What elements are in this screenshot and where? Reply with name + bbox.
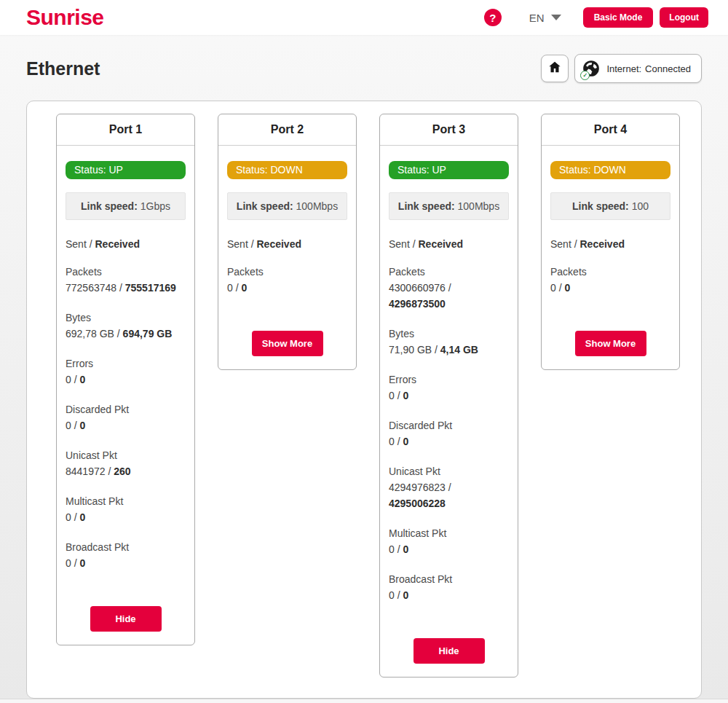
main-content: Ethernet ✓ Internet:Conn xyxy=(0,35,728,699)
stat-value: 0 / 0 xyxy=(227,280,347,296)
port-title: Port 4 xyxy=(542,114,679,146)
help-icon-glyph: ? xyxy=(489,12,496,24)
port-action-button[interactable]: Hide xyxy=(414,638,485,664)
stat-label: Errors xyxy=(389,372,509,388)
port-action-button[interactable]: Hide xyxy=(90,606,162,632)
port-action-button[interactable]: Show More xyxy=(252,331,323,356)
link-speed-label: Link speed: xyxy=(81,200,138,212)
stat-block: Broadcast Pkt0 / 0 xyxy=(66,539,186,571)
port-action-button[interactable]: Show More xyxy=(575,331,646,356)
language-selector[interactable]: EN xyxy=(529,12,561,24)
logout-button[interactable]: Logout xyxy=(660,7,708,28)
link-speed-box: Link speed: 100Mbps xyxy=(389,192,509,220)
page-title: Ethernet xyxy=(26,58,100,79)
stat-value: 0 / 0 xyxy=(389,587,509,603)
internet-status-value: Connected xyxy=(645,63,691,74)
stat-block: Packets0 / 0 xyxy=(227,264,347,296)
stat-block: Unicast Pkt8441972 / 260 xyxy=(66,447,186,479)
link-speed-label: Link speed: xyxy=(572,200,629,212)
link-speed-value: 100 xyxy=(632,200,649,212)
port-body: Status: DOWN Link speed: 100 Sent / Rece… xyxy=(542,146,679,369)
stat-block: Multicast Pkt0 / 0 xyxy=(66,493,186,525)
stat-value: 0 / 0 xyxy=(66,372,186,388)
top-bar: Sunrise ? EN Basic Mode Logout xyxy=(0,0,728,35)
link-speed-box: Link speed: 100 xyxy=(550,192,670,220)
port-card: Port 1 Status: UP Link speed: 1Gbps Sent… xyxy=(56,114,195,645)
stat-label: Broadcast Pkt xyxy=(66,539,186,555)
brand-logo: Sunrise xyxy=(26,7,104,28)
port-title: Port 3 xyxy=(380,114,518,146)
port-card: Port 2 Status: DOWN Link speed: 100Mbps … xyxy=(218,114,357,370)
stat-label: Errors xyxy=(66,356,186,372)
stat-block: Discarded Pkt0 / 0 xyxy=(389,417,509,449)
page-head: Ethernet ✓ Internet:Conn xyxy=(26,54,702,83)
port-actions: Show More xyxy=(550,331,670,356)
page-footer: Sunrise 2005 - 2023 © Sagemcom Broadband… xyxy=(0,699,728,703)
stat-block: Unicast Pkt4294976823 / 4295006228 xyxy=(389,463,509,511)
sent-label: Sent / xyxy=(66,238,92,250)
link-speed-label: Link speed: xyxy=(398,200,455,212)
stat-label: Packets xyxy=(227,264,347,280)
port-body: Status: UP Link speed: 100Mbps Sent / Re… xyxy=(380,146,518,677)
internet-status-text: Internet:Connected xyxy=(606,63,691,74)
internet-status-label: Internet: xyxy=(606,63,641,74)
sent-label: Sent / xyxy=(550,238,577,250)
link-speed-label: Link speed: xyxy=(237,200,293,212)
stat-label: Broadcast Pkt xyxy=(389,571,509,587)
stat-block: Packets0 / 0 xyxy=(550,264,670,296)
stat-value: 4300660976 / 4296873500 xyxy=(389,280,509,312)
stat-value: 692,78 GB / 694,79 GB xyxy=(66,326,186,342)
stat-value: 8441972 / 260 xyxy=(66,463,186,479)
topbar-right: ? EN Basic Mode Logout xyxy=(484,7,708,28)
sent-received-heading: Sent / Received xyxy=(227,238,347,250)
port-actions: Hide xyxy=(66,606,186,632)
page-head-actions: ✓ Internet:Connected xyxy=(541,54,702,83)
stat-value: 0 / 0 xyxy=(550,280,670,296)
port-body: Status: DOWN Link speed: 100Mbps Sent / … xyxy=(218,146,356,369)
stat-block: Bytes692,78 GB / 694,79 GB xyxy=(66,310,186,342)
help-icon[interactable]: ? xyxy=(484,9,502,26)
stat-value: 71,90 GB / 4,14 GB xyxy=(389,342,509,358)
stat-label: Unicast Pkt xyxy=(66,447,186,463)
link-speed-value: 1Gbps xyxy=(141,200,170,212)
sent-label: Sent / xyxy=(389,238,416,250)
internet-status-badge[interactable]: ✓ Internet:Connected xyxy=(574,54,702,83)
port-status-pill: Status: UP xyxy=(66,161,186,179)
home-button[interactable] xyxy=(541,55,569,82)
stat-block: Multicast Pkt0 / 0 xyxy=(389,525,509,557)
port-title: Port 2 xyxy=(218,114,356,146)
received-label: Received xyxy=(256,238,301,250)
stat-value: 0 / 0 xyxy=(389,541,509,557)
link-speed-box: Link speed: 100Mbps xyxy=(227,192,347,220)
received-label: Received xyxy=(95,238,139,250)
stat-value: 0 / 0 xyxy=(389,388,509,404)
stat-block: Broadcast Pkt0 / 0 xyxy=(389,571,509,603)
ethernet-ports-panel: Port 1 Status: UP Link speed: 1Gbps Sent… xyxy=(26,101,702,699)
stat-value: 0 / 0 xyxy=(66,417,186,433)
stat-label: Packets xyxy=(66,264,186,280)
stat-block: Errors0 / 0 xyxy=(66,356,186,388)
stat-label: Multicast Pkt xyxy=(389,525,509,541)
port-actions: Show More xyxy=(227,331,347,356)
stat-block: Bytes71,90 GB / 4,14 GB xyxy=(389,326,509,358)
port-card: Port 4 Status: DOWN Link speed: 100 Sent… xyxy=(541,114,680,370)
sent-received-heading: Sent / Received xyxy=(389,238,509,250)
received-label: Received xyxy=(579,238,624,250)
link-speed-value: 100Mbps xyxy=(296,200,339,212)
stat-block: Packets4300660976 / 4296873500 xyxy=(389,264,509,312)
port-stats: Packets0 / 0 xyxy=(227,250,347,296)
basic-mode-button[interactable]: Basic Mode xyxy=(583,7,654,28)
stat-value: 0 / 0 xyxy=(66,509,186,525)
stat-label: Packets xyxy=(389,264,509,280)
stat-block: Discarded Pkt0 / 0 xyxy=(66,401,186,433)
chevron-down-icon xyxy=(551,15,561,20)
globe-icon: ✓ xyxy=(582,59,601,78)
stat-value: 4294976823 / 4295006228 xyxy=(389,479,509,511)
topbar-buttons: Basic Mode Logout xyxy=(583,7,708,28)
port-status-pill: Status: UP xyxy=(389,161,509,179)
connected-check-icon: ✓ xyxy=(580,71,590,80)
port-card: Port 3 Status: UP Link speed: 100Mbps Se… xyxy=(379,114,518,678)
link-speed-box: Link speed: 1Gbps xyxy=(66,192,186,220)
sent-received-heading: Sent / Received xyxy=(66,238,186,250)
sent-label: Sent / xyxy=(227,238,254,250)
